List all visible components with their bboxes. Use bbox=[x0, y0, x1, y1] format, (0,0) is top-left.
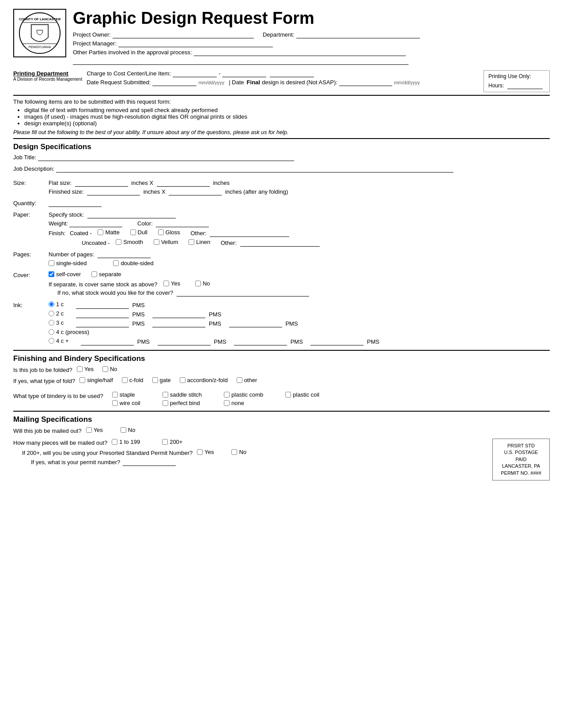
matte-checkbox-label[interactable]: Matte bbox=[98, 229, 120, 236]
smooth-checkbox[interactable] bbox=[116, 239, 121, 245]
separate-cover-checkbox[interactable] bbox=[91, 271, 97, 277]
plastic-comb-checkbox[interactable] bbox=[224, 392, 230, 398]
vellum-checkbox[interactable] bbox=[154, 239, 159, 245]
ink-2c-radio[interactable] bbox=[49, 311, 54, 316]
dull-checkbox[interactable] bbox=[130, 229, 136, 235]
fold-cfold-checkbox[interactable] bbox=[122, 377, 128, 383]
mailed-yes-checkbox[interactable] bbox=[86, 427, 92, 433]
department-input[interactable] bbox=[296, 31, 420, 38]
fold-gate-label[interactable]: gate bbox=[152, 377, 171, 383]
single-sided-label[interactable]: single-sided bbox=[49, 260, 87, 266]
ink-1c-pms-input[interactable] bbox=[76, 302, 129, 309]
presorted-no-checkbox[interactable] bbox=[231, 449, 237, 455]
fold-accordion-label[interactable]: accordion/z-fold bbox=[180, 377, 228, 383]
plastic-comb-label[interactable]: plastic comb bbox=[224, 391, 263, 398]
ink-4c-plus-pms2-input[interactable] bbox=[158, 338, 211, 345]
fold-no-checkbox[interactable] bbox=[102, 366, 108, 372]
presorted-yes-label[interactable]: Yes bbox=[197, 449, 214, 455]
mailed-yes-label[interactable]: Yes bbox=[86, 427, 103, 433]
fold-accordion-checkbox[interactable] bbox=[180, 377, 185, 383]
fold-cfold-label[interactable]: c-fold bbox=[122, 377, 144, 383]
saddle-stitch-checkbox[interactable] bbox=[162, 392, 168, 398]
ink-3c-radio-label[interactable]: 3 c bbox=[49, 319, 64, 326]
project-manager-input[interactable] bbox=[118, 40, 273, 47]
double-sided-label[interactable]: double-sided bbox=[113, 260, 153, 266]
fold-yes-checkbox[interactable] bbox=[77, 366, 83, 372]
presorted-no-label[interactable]: No bbox=[231, 449, 246, 455]
linen-checkbox[interactable] bbox=[189, 239, 194, 245]
permit-input[interactable] bbox=[123, 459, 176, 466]
cover-no-checkbox[interactable] bbox=[195, 281, 201, 286]
linen-checkbox-label[interactable]: Linen bbox=[189, 239, 210, 245]
fold-single-half-label[interactable]: single/half bbox=[79, 377, 113, 383]
perfect-bind-checkbox[interactable] bbox=[162, 400, 168, 406]
wire-coil-label[interactable]: wire coil bbox=[112, 400, 140, 406]
other-uncoated-input[interactable] bbox=[240, 240, 320, 247]
ink-4c-plus-pms1-input[interactable] bbox=[81, 338, 134, 345]
smooth-checkbox-label[interactable]: Smooth bbox=[116, 239, 143, 245]
qty-1-199-label[interactable]: 1 to 199 bbox=[112, 439, 140, 445]
ink-4c-process-radio[interactable] bbox=[49, 329, 54, 335]
quantity-input[interactable] bbox=[49, 200, 102, 207]
qty-200plus-checkbox[interactable] bbox=[162, 439, 168, 445]
ink-2c-pms2-input[interactable] bbox=[152, 311, 205, 318]
saddle-stitch-label[interactable]: saddle stitch bbox=[162, 391, 202, 398]
self-cover-checkbox[interactable] bbox=[49, 271, 54, 277]
fold-no-label[interactable]: No bbox=[102, 366, 117, 372]
ink-4c-plus-radio-label[interactable]: 4 c + bbox=[49, 338, 69, 344]
ink-1c-radio[interactable] bbox=[49, 301, 54, 307]
color-input[interactable] bbox=[156, 220, 209, 227]
mailed-no-label[interactable]: No bbox=[121, 427, 136, 433]
extra-line-input[interactable] bbox=[73, 58, 408, 65]
wire-coil-checkbox[interactable] bbox=[112, 400, 118, 406]
line-item-1-input[interactable] bbox=[222, 70, 266, 77]
fold-gate-checkbox[interactable] bbox=[152, 377, 158, 383]
other-coated-input[interactable] bbox=[210, 230, 289, 237]
plastic-coil-checkbox[interactable] bbox=[285, 392, 291, 398]
gloss-checkbox[interactable] bbox=[158, 229, 164, 235]
none-label[interactable]: none bbox=[224, 400, 263, 406]
fold-yes-label[interactable]: Yes bbox=[77, 366, 94, 372]
none-checkbox[interactable] bbox=[224, 400, 230, 406]
cost-center-input[interactable] bbox=[173, 70, 217, 77]
num-pages-input[interactable] bbox=[98, 251, 151, 258]
perfect-bind-label[interactable]: perfect bind bbox=[162, 400, 202, 406]
qty-1-199-checkbox[interactable] bbox=[112, 439, 117, 445]
ink-2c-pms1-input[interactable] bbox=[76, 311, 129, 318]
mailed-no-checkbox[interactable] bbox=[121, 427, 126, 433]
ink-3c-pms1-input[interactable] bbox=[76, 320, 129, 327]
ink-3c-radio[interactable] bbox=[49, 320, 54, 326]
flat-size-w-input[interactable] bbox=[75, 180, 128, 187]
staple-label[interactable]: staple bbox=[112, 391, 140, 398]
ink-2c-radio-label[interactable]: 2 c bbox=[49, 310, 64, 317]
fold-other-checkbox[interactable] bbox=[237, 377, 242, 383]
cover-yes-label[interactable]: Yes bbox=[163, 280, 180, 287]
specify-stock-input[interactable] bbox=[87, 211, 176, 218]
ink-3c-pms3-input[interactable] bbox=[229, 320, 282, 327]
line-item-2-input[interactable] bbox=[270, 70, 314, 77]
gloss-checkbox-label[interactable]: Gloss bbox=[158, 229, 180, 236]
double-sided-checkbox[interactable] bbox=[113, 260, 119, 266]
ink-4c-plus-radio[interactable] bbox=[49, 338, 54, 344]
finished-size-w-input[interactable] bbox=[87, 188, 140, 195]
dull-checkbox-label[interactable]: Dull bbox=[130, 229, 147, 236]
ink-4c-process-radio-label[interactable]: 4 c (process) bbox=[49, 329, 89, 335]
qty-200plus-label[interactable]: 200+ bbox=[162, 439, 182, 445]
fold-single-half-checkbox[interactable] bbox=[79, 377, 85, 383]
ink-1c-radio-label[interactable]: 1 c bbox=[49, 301, 64, 308]
self-cover-label[interactable]: self-cover bbox=[49, 271, 81, 278]
date-desired-input[interactable] bbox=[339, 79, 392, 86]
hours-input[interactable] bbox=[507, 82, 543, 89]
weight-input[interactable] bbox=[69, 220, 122, 227]
flat-size-h-input[interactable] bbox=[157, 180, 210, 187]
staple-checkbox[interactable] bbox=[112, 392, 118, 398]
date-submitted-input[interactable] bbox=[152, 79, 196, 86]
cover-stock-input[interactable] bbox=[177, 289, 309, 296]
ink-4c-plus-pms4-input[interactable] bbox=[310, 338, 363, 345]
job-desc-input[interactable] bbox=[56, 165, 453, 173]
fold-other-label[interactable]: other bbox=[237, 377, 257, 383]
vellum-checkbox-label[interactable]: Vellum bbox=[154, 239, 178, 245]
matte-checkbox[interactable] bbox=[98, 229, 103, 235]
presorted-yes-checkbox[interactable] bbox=[197, 449, 203, 455]
plastic-coil-label[interactable]: plastic coil bbox=[285, 391, 319, 398]
